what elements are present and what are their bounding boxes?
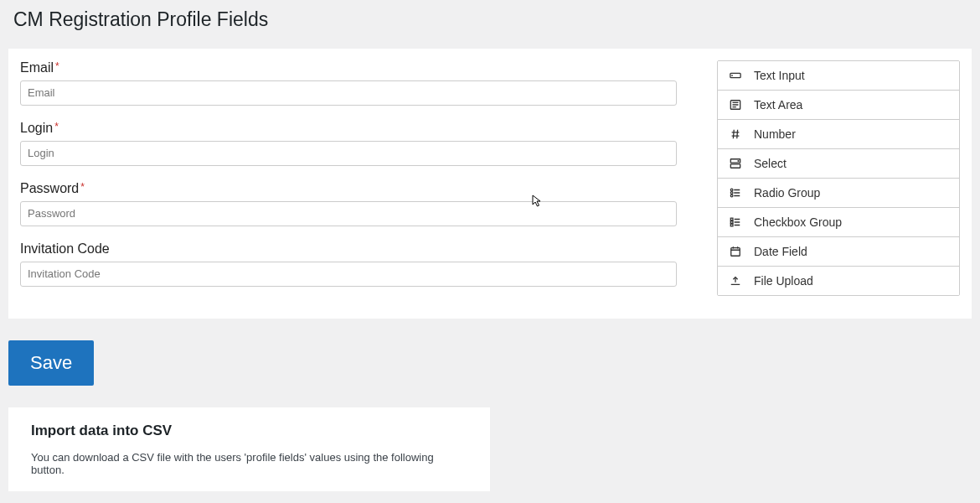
- svg-line-9: [737, 130, 738, 139]
- page-title: CM Registration Profile Fields: [0, 0, 980, 36]
- field-type-label: Date Field: [754, 245, 807, 258]
- login-input[interactable]: [20, 141, 677, 166]
- text-input-icon: [729, 69, 742, 82]
- field-type-text-input[interactable]: Text Input: [718, 61, 959, 91]
- field-label-text: Email: [20, 60, 54, 75]
- svg-point-14: [730, 192, 733, 194]
- required-indicator: *: [55, 60, 59, 72]
- email-input[interactable]: [20, 80, 677, 106]
- radio-group-icon: [729, 186, 742, 200]
- field-label-text: Login: [20, 121, 53, 135]
- svg-rect-18: [730, 218, 733, 220]
- svg-rect-24: [731, 248, 740, 257]
- field-group-invitation-code: Invitation Code: [20, 241, 677, 287]
- field-label: Password*: [20, 181, 677, 196]
- field-types-column: Text Input Text Area Number Select: [717, 60, 960, 302]
- field-type-label: Text Input: [754, 69, 805, 82]
- field-group-login: Login*: [20, 121, 677, 166]
- import-title: Import data into CSV: [31, 423, 467, 439]
- svg-rect-22: [730, 224, 733, 226]
- field-type-select[interactable]: Select: [718, 149, 959, 179]
- text-area-icon: [729, 98, 742, 111]
- save-button[interactable]: Save: [8, 340, 94, 386]
- form-fields-column: Email* Login* Password* Invitation Code: [20, 60, 677, 302]
- field-group-email: Email*: [20, 60, 677, 106]
- field-type-label: Text Area: [754, 98, 802, 111]
- invitation-code-input[interactable]: [20, 262, 677, 287]
- checkbox-group-icon: [729, 215, 742, 229]
- field-type-text-area[interactable]: Text Area: [718, 91, 959, 120]
- upload-icon: [729, 274, 742, 288]
- svg-rect-11: [730, 164, 740, 168]
- form-panel: Email* Login* Password* Invitation Code: [8, 49, 972, 319]
- field-type-label: Checkbox Group: [754, 215, 842, 229]
- required-indicator: *: [80, 181, 85, 193]
- svg-line-8: [733, 130, 734, 139]
- svg-rect-20: [730, 221, 733, 224]
- field-label-text: Password: [20, 181, 79, 195]
- field-label-text: Invitation Code: [20, 241, 110, 256]
- select-icon: [729, 157, 742, 170]
- import-description: You can download a CSV file with the use…: [31, 451, 467, 476]
- number-icon: [729, 127, 742, 141]
- date-icon: [729, 245, 742, 258]
- svg-point-16: [730, 194, 733, 197]
- field-label: Login*: [20, 121, 677, 136]
- field-label: Invitation Code: [20, 241, 677, 257]
- required-indicator: *: [54, 121, 59, 132]
- import-panel: Import data into CSV You can download a …: [8, 407, 490, 491]
- field-group-password: Password*: [20, 181, 677, 226]
- field-type-file-upload[interactable]: File Upload: [718, 267, 959, 295]
- field-types-list: Text Input Text Area Number Select: [717, 60, 960, 296]
- field-type-radio-group[interactable]: Radio Group: [718, 179, 959, 208]
- field-type-label: Select: [754, 157, 787, 170]
- svg-point-12: [730, 189, 733, 191]
- field-label: Email*: [20, 60, 677, 75]
- field-type-label: Number: [754, 127, 796, 141]
- password-input[interactable]: [20, 201, 677, 226]
- field-type-label: Radio Group: [754, 186, 820, 200]
- field-type-checkbox-group[interactable]: Checkbox Group: [718, 208, 959, 237]
- field-type-label: File Upload: [754, 274, 813, 288]
- field-type-date[interactable]: Date Field: [718, 237, 959, 267]
- field-type-number[interactable]: Number: [718, 120, 959, 149]
